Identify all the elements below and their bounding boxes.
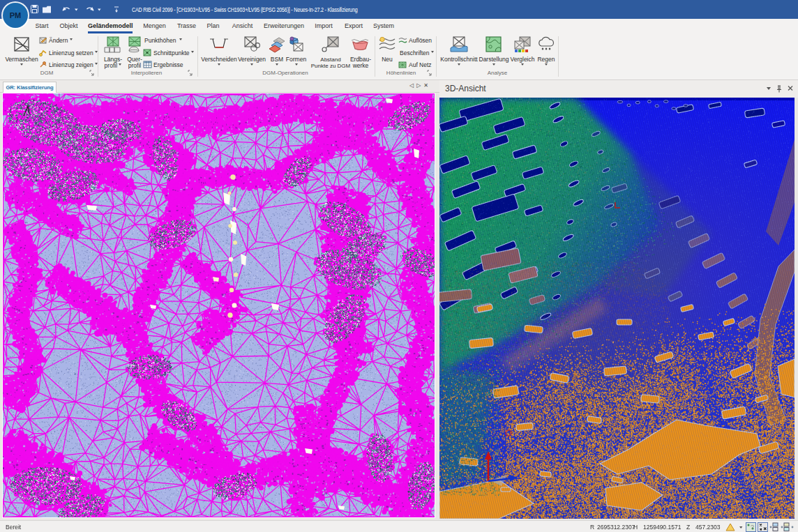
- svg-text:?: ?: [751, 524, 754, 531]
